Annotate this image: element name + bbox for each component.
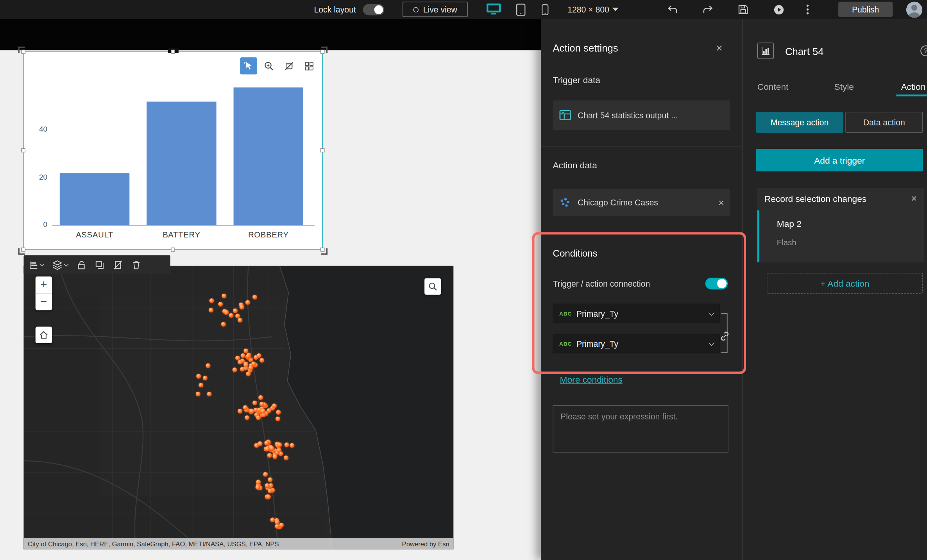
close-icon[interactable]: × <box>716 43 723 54</box>
preview-button[interactable] <box>772 4 785 15</box>
expression-box[interactable]: Please set your expression first. <box>553 405 728 453</box>
crime-point <box>266 494 271 499</box>
remove-action-data-icon[interactable]: × <box>718 198 724 208</box>
desktop-icon <box>486 3 501 16</box>
select-tool-button[interactable] <box>240 57 257 75</box>
resize-handle-nw[interactable] <box>21 50 25 54</box>
crime-point <box>229 313 234 318</box>
bar-chart-icon <box>761 46 770 55</box>
tab-action[interactable]: Action <box>901 82 925 92</box>
svg-text:?: ? <box>924 47 927 55</box>
device-desktop-button[interactable] <box>485 2 502 16</box>
action-data-item[interactable]: Chicago Crime Cases × <box>553 189 730 216</box>
app-window: Lock layout Live view 1280 × 800 <box>0 0 927 560</box>
add-trigger-button[interactable]: Add a trigger <box>756 149 923 171</box>
device-tablet-button[interactable] <box>515 3 527 17</box>
action-settings-panel: Action settings × Trigger data Chart 54 … <box>541 19 742 560</box>
tab-style[interactable]: Style <box>834 82 854 92</box>
lock-layout-toggle[interactable] <box>363 4 384 16</box>
zoom-out-button[interactable]: − <box>36 294 52 310</box>
undo-button[interactable] <box>666 4 678 15</box>
avatar[interactable] <box>906 2 922 18</box>
more-conditions-link[interactable]: More conditions <box>560 375 623 385</box>
crime-point <box>238 409 242 414</box>
bar-robbery[interactable] <box>234 87 304 225</box>
action-data-label: Action data <box>553 160 597 170</box>
copy-disabled-icon <box>113 260 123 270</box>
resize-handle-n[interactable] <box>170 50 175 54</box>
delete-button[interactable] <box>131 260 141 270</box>
zoom-tool-button[interactable] <box>260 57 277 75</box>
crime-point <box>249 409 254 414</box>
duplicate-button[interactable] <box>95 260 105 270</box>
message-action-tab[interactable]: Message action <box>756 112 843 133</box>
add-action-button[interactable]: + Add action <box>767 273 923 294</box>
tab-content[interactable]: Content <box>757 82 788 92</box>
publish-button[interactable]: Publish <box>838 2 893 17</box>
crime-point <box>284 442 289 447</box>
bar-battery[interactable] <box>147 102 217 225</box>
trigger-field-dropdown[interactable]: ABC Primary_Ty <box>553 304 720 323</box>
resize-handle-e[interactable] <box>320 148 325 153</box>
chevron-down-icon <box>709 340 714 346</box>
crime-point <box>240 305 244 309</box>
top-toolbar: Lock layout Live view 1280 × 800 <box>0 0 927 19</box>
x-axis-label: BATTERY <box>143 230 220 239</box>
crime-point <box>284 455 288 460</box>
trigger-field-value: Primary_Ty <box>576 309 618 318</box>
search-icon <box>428 282 437 291</box>
chart-plot <box>52 83 313 225</box>
crime-point <box>240 353 245 358</box>
resize-handle-sw[interactable] <box>21 248 25 252</box>
live-view-button[interactable]: Live view <box>403 2 467 17</box>
crime-point <box>279 523 284 528</box>
crime-point <box>277 442 282 447</box>
more-menu-button[interactable] <box>803 3 812 16</box>
resize-handle-ne[interactable] <box>320 50 325 54</box>
zoom-in-button[interactable]: + <box>36 276 52 293</box>
device-phone-button[interactable] <box>540 4 549 16</box>
x-axis-label: ROBBERY <box>230 230 307 239</box>
map-search-button[interactable] <box>424 278 441 295</box>
crime-point <box>276 448 281 453</box>
string-field-icon: ABC <box>559 310 572 316</box>
home-button[interactable] <box>36 327 52 343</box>
crime-point <box>267 453 272 458</box>
resize-handle-w[interactable] <box>21 148 25 153</box>
resolution-selector[interactable]: 1280 × 800 <box>567 5 619 14</box>
trigger-card-header[interactable]: Record selection changes × <box>757 188 924 210</box>
trigger-card-body[interactable]: Map 2 Flash <box>757 210 924 262</box>
chart-options-button[interactable] <box>300 57 317 75</box>
resize-handle-se[interactable] <box>320 248 325 252</box>
resize-handle-s[interactable] <box>170 248 175 252</box>
map-widget[interactable]: + − City of Chicago, Esri, HERE, Garmin,… <box>24 266 454 549</box>
widget-icon-box <box>757 43 774 59</box>
lock-button[interactable] <box>76 260 86 270</box>
crime-point <box>256 480 261 484</box>
remove-trigger-icon[interactable]: × <box>911 194 917 204</box>
action-field-dropdown[interactable]: ABC Primary_Ty <box>553 334 720 353</box>
clear-selection-icon <box>283 61 294 71</box>
crime-point <box>255 485 260 490</box>
clear-selection-button[interactable] <box>280 57 297 75</box>
help-button[interactable]: ? <box>920 45 927 59</box>
bar-assault[interactable] <box>60 173 130 225</box>
copy-disabled-button[interactable] <box>113 260 123 270</box>
trigger-data-item[interactable]: Chart 54 statistics output ... <box>553 100 730 130</box>
crime-point <box>258 441 262 446</box>
map-attribution: City of Chicago, Esri, HERE, Garmin, Saf… <box>24 538 454 549</box>
y-axis-tick: 0 <box>26 220 47 228</box>
crime-point <box>276 410 281 415</box>
redo-button[interactable] <box>701 4 714 15</box>
chart-widget[interactable]: 02040 ASSAULTBATTERYROBBERY <box>24 52 322 249</box>
powered-by-esri: Powered by Esri <box>402 540 449 547</box>
crime-point <box>268 488 273 493</box>
save-button[interactable] <box>737 4 750 15</box>
crime-point <box>199 383 203 387</box>
connection-toggle[interactable] <box>705 278 728 289</box>
crime-point <box>246 372 251 376</box>
link-icon[interactable] <box>719 331 730 341</box>
data-source-button[interactable] <box>52 260 68 270</box>
chart-type-button[interactable] <box>29 260 44 270</box>
data-action-tab[interactable]: Data action <box>845 112 923 133</box>
